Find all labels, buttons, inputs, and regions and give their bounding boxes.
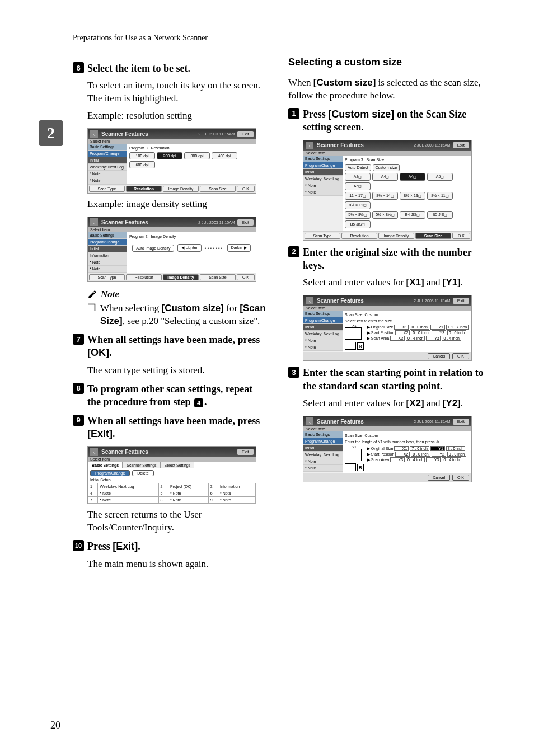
sidebar-basic[interactable]: Basic Settings: [303, 431, 343, 438]
sidebar-program[interactable]: Program/Change: [88, 239, 127, 246]
size-b5[interactable]: B5 JIS◻: [345, 220, 371, 228]
tab-image-density[interactable]: Image Density: [163, 274, 199, 280]
sidebar-program[interactable]: Program/Change: [303, 317, 343, 324]
lighter-button[interactable]: ◀ Lighter: [177, 244, 201, 252]
table-cell[interactable]: Weekday: Next Log: [98, 483, 158, 490]
size-8h11[interactable]: 8½ × 11◻: [345, 201, 371, 209]
table-cell[interactable]: 3: [208, 483, 218, 490]
sidebar-note[interactable]: * Note: [88, 171, 127, 177]
table-cell[interactable]: Project (DK): [168, 483, 208, 490]
table-cell[interactable]: * Note: [218, 497, 256, 504]
table-cell[interactable]: 6: [208, 490, 218, 497]
sidebar-initial[interactable]: Initial: [303, 324, 343, 331]
sidebar-info[interactable]: Information: [88, 252, 127, 259]
sidebar-basic[interactable]: Basic Settings: [88, 232, 127, 239]
table-cell[interactable]: 7: [88, 497, 98, 504]
tab-scan-size[interactable]: Scan Size: [200, 274, 236, 280]
sidebar-basic[interactable]: Basic Settings: [303, 156, 343, 162]
table-cell[interactable]: * Note: [98, 490, 158, 497]
darker-button[interactable]: Darker ▶: [227, 244, 251, 252]
sidebar-program[interactable]: Program/Change: [303, 162, 343, 169]
back-icon[interactable]: ◟: [306, 297, 313, 304]
size-5h8h[interactable]: 5½ × 8½◻: [372, 211, 398, 219]
exit-button[interactable]: Exit: [453, 298, 469, 304]
back-icon[interactable]: ◟: [306, 417, 313, 425]
ok-button[interactable]: O K: [452, 233, 470, 239]
size-b4[interactable]: B4 JIS◻: [400, 211, 425, 219]
sidebar-note[interactable]: * Note: [303, 182, 343, 189]
custom-size-button[interactable]: Custom size: [373, 164, 400, 171]
tab-image-density[interactable]: Image Density: [378, 233, 414, 239]
ok-button[interactable]: O K: [237, 186, 255, 192]
size-8h14[interactable]: 8½ × 14◻: [372, 192, 398, 200]
size-b5[interactable]: B5 JIS◻: [427, 211, 453, 219]
sidebar-program[interactable]: Program/Change: [303, 438, 343, 445]
table-cell[interactable]: 1: [88, 483, 98, 490]
x2-field[interactable]: X2: [395, 330, 410, 335]
y1-field[interactable]: Y1: [430, 325, 445, 330]
sidebar-note[interactable]: * Note: [303, 337, 343, 344]
sidebar-weekday[interactable]: Weekday: Next Log: [303, 176, 343, 182]
sidebar-initial[interactable]: Initial: [88, 157, 127, 164]
auto-density-button[interactable]: Auto Image Density: [132, 245, 174, 252]
ok-button[interactable]: O K: [452, 475, 469, 481]
sidebar-note[interactable]: * Note: [88, 266, 127, 273]
exit-button[interactable]: Exit: [237, 449, 254, 455]
sidebar-weekday[interactable]: Weekday: Next Log: [88, 164, 127, 171]
tab-scan-size[interactable]: Scan Size: [200, 186, 236, 192]
y2-field[interactable]: Y2: [432, 452, 446, 457]
sidebar-initial[interactable]: Initial: [88, 246, 127, 252]
sidebar-note[interactable]: * Note: [303, 458, 343, 465]
x3-field[interactable]: X3: [390, 336, 405, 341]
x3-field[interactable]: X3: [390, 457, 405, 462]
exit-button[interactable]: Exit: [237, 131, 254, 137]
size-a4[interactable]: A4◻: [372, 173, 398, 181]
program-change-button[interactable]: Program/Change: [90, 470, 130, 476]
sidebar-initial[interactable]: Initial: [303, 169, 343, 176]
tab-scan-type[interactable]: Scan Type: [305, 233, 340, 239]
size-8h13[interactable]: 8½ × 13◻: [400, 192, 425, 200]
sidebar-program[interactable]: Program/Change: [88, 151, 127, 157]
sidebar-basic[interactable]: Basic Settings: [303, 311, 343, 317]
sidebar-note[interactable]: * Note: [303, 465, 343, 472]
table-cell[interactable]: * Note: [98, 497, 158, 504]
dpi-600[interactable]: 600 dpi: [129, 161, 155, 168]
auto-detect-button[interactable]: Auto Detect: [345, 164, 371, 171]
tab-resolution[interactable]: Resolution: [126, 274, 162, 280]
size-a5[interactable]: A5◻: [427, 173, 453, 181]
y1-field[interactable]: Y1: [430, 446, 445, 451]
sidebar-weekday[interactable]: Weekday: Next Log: [303, 452, 343, 458]
table-cell[interactable]: 4: [88, 490, 98, 497]
tab-resolution[interactable]: Resolution: [341, 233, 377, 239]
ok-button[interactable]: O K: [452, 353, 469, 359]
dpi-300[interactable]: 300 dpi: [184, 152, 210, 159]
sidebar-note[interactable]: * Note: [303, 344, 343, 351]
sidebar-note[interactable]: * Note: [303, 189, 343, 196]
table-cell[interactable]: 9: [208, 497, 218, 504]
size-5h8h[interactable]: 5½ × 8½◻: [345, 211, 371, 219]
back-icon[interactable]: ◟: [90, 130, 98, 138]
table-cell[interactable]: 8: [158, 497, 168, 504]
tab-image-density[interactable]: Image Density: [163, 186, 199, 192]
tab-scan-type[interactable]: Scan Type: [89, 274, 125, 280]
sidebar-note[interactable]: * Note: [88, 259, 127, 266]
table-cell[interactable]: 2: [158, 483, 168, 490]
x1-field[interactable]: X1: [394, 446, 409, 451]
table-cell[interactable]: Information: [218, 483, 256, 490]
dpi-200[interactable]: 200 dpi: [157, 152, 182, 159]
cancel-button[interactable]: Cancel: [428, 353, 450, 359]
tab-scan-type[interactable]: Scan Type: [89, 186, 125, 192]
back-icon[interactable]: ◟: [90, 448, 98, 456]
size-a4-sel[interactable]: A4◻: [400, 173, 425, 181]
sidebar-weekday[interactable]: Weekday: Next Log: [303, 331, 343, 337]
y3-field[interactable]: Y3: [426, 457, 441, 462]
table-cell[interactable]: * Note: [168, 497, 208, 504]
size-8h11[interactable]: 8½ × 11◻: [427, 192, 453, 200]
back-icon[interactable]: ◟: [306, 142, 313, 149]
exit-button[interactable]: Exit: [453, 419, 469, 425]
table-cell[interactable]: * Note: [168, 490, 208, 497]
tab-basic-settings[interactable]: Basic Settings: [88, 462, 123, 468]
y2-field[interactable]: Y2: [432, 330, 446, 335]
x2-field[interactable]: X2: [395, 452, 410, 457]
tab-select-settings[interactable]: Select Settings: [161, 462, 195, 468]
